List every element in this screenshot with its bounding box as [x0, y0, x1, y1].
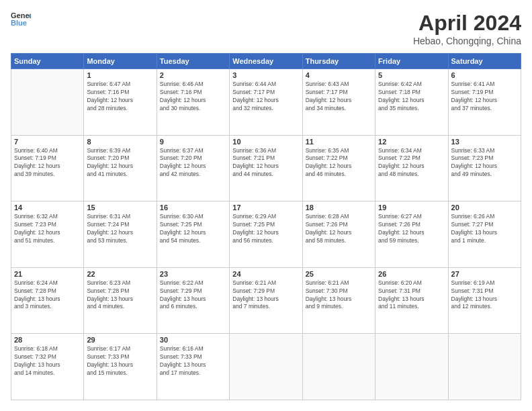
table-row: 15Sunrise: 6:31 AM Sunset: 7:24 PM Dayli…: [84, 201, 157, 268]
table-row: 5Sunrise: 6:42 AM Sunset: 7:18 PM Daylig…: [375, 69, 448, 136]
day-number: 3: [232, 71, 299, 79]
day-info: Sunrise: 6:20 AM Sunset: 7:31 PM Dayligh…: [378, 279, 445, 312]
table-row: 4Sunrise: 6:43 AM Sunset: 7:17 PM Daylig…: [302, 69, 375, 136]
day-info: Sunrise: 6:29 AM Sunset: 7:25 PM Dayligh…: [232, 213, 299, 245]
subtitle: Hebao, Chongqing, China: [413, 36, 521, 46]
day-number: 6: [451, 71, 518, 79]
table-row: 27Sunrise: 6:19 AM Sunset: 7:31 PM Dayli…: [448, 267, 521, 334]
day-info: Sunrise: 6:32 AM Sunset: 7:23 PM Dayligh…: [14, 213, 81, 245]
table-row: 12Sunrise: 6:34 AM Sunset: 7:22 PM Dayli…: [375, 135, 448, 201]
table-row: 10Sunrise: 6:36 AM Sunset: 7:21 PM Dayli…: [230, 135, 302, 201]
table-row: [302, 334, 375, 400]
table-row: 24Sunrise: 6:21 AM Sunset: 7:29 PM Dayli…: [230, 267, 302, 334]
table-row: 21Sunrise: 6:24 AM Sunset: 7:28 PM Dayli…: [11, 267, 84, 334]
day-number: 14: [14, 203, 81, 212]
calendar-week-row: 1Sunrise: 6:47 AM Sunset: 7:16 PM Daylig…: [11, 69, 521, 136]
day-info: Sunrise: 6:16 AM Sunset: 7:33 PM Dayligh…: [160, 345, 226, 377]
day-number: 11: [306, 138, 372, 146]
day-info: Sunrise: 6:36 AM Sunset: 7:21 PM Dayligh…: [232, 147, 299, 179]
header-tuesday: Tuesday: [157, 54, 229, 69]
svg-text:Blue: Blue: [11, 19, 27, 27]
table-row: 30Sunrise: 6:16 AM Sunset: 7:33 PM Dayli…: [157, 334, 229, 400]
day-number: 2: [160, 71, 226, 79]
day-number: 4: [306, 71, 372, 79]
day-number: 26: [378, 270, 445, 278]
day-number: 13: [451, 138, 518, 146]
table-row: 17Sunrise: 6:29 AM Sunset: 7:25 PM Dayli…: [230, 201, 302, 268]
table-row: 3Sunrise: 6:44 AM Sunset: 7:17 PM Daylig…: [230, 69, 302, 136]
day-number: 7: [14, 138, 81, 146]
day-number: 8: [87, 138, 153, 146]
day-number: 24: [232, 270, 299, 278]
table-row: 14Sunrise: 6:32 AM Sunset: 7:23 PM Dayli…: [11, 201, 84, 268]
day-info: Sunrise: 6:27 AM Sunset: 7:26 PM Dayligh…: [378, 213, 445, 245]
day-number: 10: [232, 138, 299, 146]
day-info: Sunrise: 6:23 AM Sunset: 7:28 PM Dayligh…: [87, 279, 153, 312]
day-number: 15: [87, 203, 153, 212]
table-row: 9Sunrise: 6:37 AM Sunset: 7:20 PM Daylig…: [157, 135, 229, 201]
day-number: 27: [451, 270, 518, 278]
day-number: 9: [160, 138, 226, 146]
table-row: 13Sunrise: 6:33 AM Sunset: 7:23 PM Dayli…: [448, 135, 521, 201]
day-number: 28: [14, 336, 81, 344]
month-title: April 2024: [413, 11, 521, 36]
day-info: Sunrise: 6:21 AM Sunset: 7:29 PM Dayligh…: [232, 279, 299, 312]
day-number: 22: [87, 270, 153, 278]
day-info: Sunrise: 6:33 AM Sunset: 7:23 PM Dayligh…: [451, 147, 518, 179]
day-number: 20: [451, 203, 518, 212]
table-row: 29Sunrise: 6:17 AM Sunset: 7:33 PM Dayli…: [84, 334, 157, 400]
table-row: 19Sunrise: 6:27 AM Sunset: 7:26 PM Dayli…: [375, 201, 448, 268]
table-row: 22Sunrise: 6:23 AM Sunset: 7:28 PM Dayli…: [84, 267, 157, 334]
day-info: Sunrise: 6:46 AM Sunset: 7:16 PM Dayligh…: [160, 81, 226, 113]
table-row: [375, 334, 448, 400]
header: General Blue April 2024 Hebao, Chongqing…: [11, 11, 521, 46]
day-number: 18: [306, 203, 372, 212]
day-info: Sunrise: 6:37 AM Sunset: 7:20 PM Dayligh…: [160, 147, 226, 179]
header-monday: Monday: [84, 54, 157, 69]
table-row: 18Sunrise: 6:28 AM Sunset: 7:26 PM Dayli…: [302, 201, 375, 268]
table-row: 23Sunrise: 6:22 AM Sunset: 7:29 PM Dayli…: [157, 267, 229, 334]
day-info: Sunrise: 6:40 AM Sunset: 7:19 PM Dayligh…: [14, 147, 81, 179]
day-number: 5: [378, 71, 445, 79]
logo: General Blue: [11, 11, 31, 27]
calendar-week-row: 21Sunrise: 6:24 AM Sunset: 7:28 PM Dayli…: [11, 267, 521, 334]
header-wednesday: Wednesday: [230, 54, 302, 69]
table-row: 6Sunrise: 6:41 AM Sunset: 7:19 PM Daylig…: [448, 69, 521, 136]
day-info: Sunrise: 6:47 AM Sunset: 7:16 PM Dayligh…: [87, 81, 153, 113]
title-block: April 2024 Hebao, Chongqing, China: [413, 11, 521, 46]
table-row: 25Sunrise: 6:21 AM Sunset: 7:30 PM Dayli…: [302, 267, 375, 334]
logo-icon: General Blue: [11, 11, 31, 27]
table-row: [230, 334, 302, 400]
table-row: 8Sunrise: 6:39 AM Sunset: 7:20 PM Daylig…: [84, 135, 157, 201]
header-friday: Friday: [375, 54, 448, 69]
day-number: 23: [160, 270, 226, 278]
header-sunday: Sunday: [11, 54, 84, 69]
day-number: 17: [232, 203, 299, 212]
table-row: 26Sunrise: 6:20 AM Sunset: 7:31 PM Dayli…: [375, 267, 448, 334]
day-info: Sunrise: 6:30 AM Sunset: 7:25 PM Dayligh…: [160, 213, 226, 245]
day-number: 29: [87, 336, 153, 344]
day-info: Sunrise: 6:19 AM Sunset: 7:31 PM Dayligh…: [451, 279, 518, 312]
day-info: Sunrise: 6:17 AM Sunset: 7:33 PM Dayligh…: [87, 345, 153, 377]
table-row: [11, 69, 84, 136]
day-info: Sunrise: 6:43 AM Sunset: 7:17 PM Dayligh…: [306, 81, 372, 113]
table-row: 11Sunrise: 6:35 AM Sunset: 7:22 PM Dayli…: [302, 135, 375, 201]
calendar-week-row: 14Sunrise: 6:32 AM Sunset: 7:23 PM Dayli…: [11, 201, 521, 268]
day-info: Sunrise: 6:26 AM Sunset: 7:27 PM Dayligh…: [451, 213, 518, 245]
day-number: 19: [378, 203, 445, 212]
table-row: 28Sunrise: 6:18 AM Sunset: 7:32 PM Dayli…: [11, 334, 84, 400]
day-number: 30: [160, 336, 226, 344]
table-row: 20Sunrise: 6:26 AM Sunset: 7:27 PM Dayli…: [448, 201, 521, 268]
day-info: Sunrise: 6:22 AM Sunset: 7:29 PM Dayligh…: [160, 279, 226, 312]
header-saturday: Saturday: [448, 54, 521, 69]
page: General Blue April 2024 Hebao, Chongqing…: [0, 0, 532, 411]
header-thursday: Thursday: [302, 54, 375, 69]
day-number: 16: [160, 203, 226, 212]
calendar-week-row: 28Sunrise: 6:18 AM Sunset: 7:32 PM Dayli…: [11, 334, 521, 400]
table-row: 2Sunrise: 6:46 AM Sunset: 7:16 PM Daylig…: [157, 69, 229, 136]
table-row: 1Sunrise: 6:47 AM Sunset: 7:16 PM Daylig…: [84, 69, 157, 136]
day-number: 12: [378, 138, 445, 146]
day-info: Sunrise: 6:28 AM Sunset: 7:26 PM Dayligh…: [306, 213, 372, 245]
day-info: Sunrise: 6:31 AM Sunset: 7:24 PM Dayligh…: [87, 213, 153, 245]
day-number: 21: [14, 270, 81, 278]
